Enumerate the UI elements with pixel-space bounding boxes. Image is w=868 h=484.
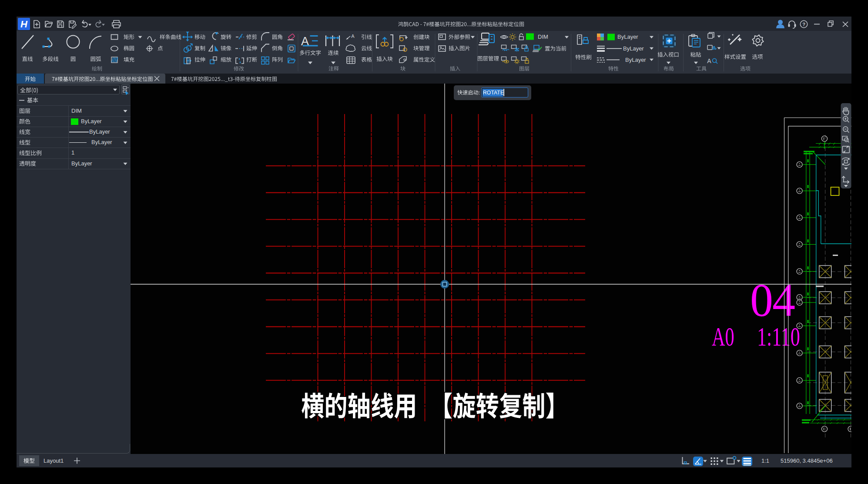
svg-text:?: ? [802,22,805,27]
svg-text:H: H [20,19,28,30]
svg-text:A: A [351,34,355,39]
svg-text:A: A [707,57,711,64]
